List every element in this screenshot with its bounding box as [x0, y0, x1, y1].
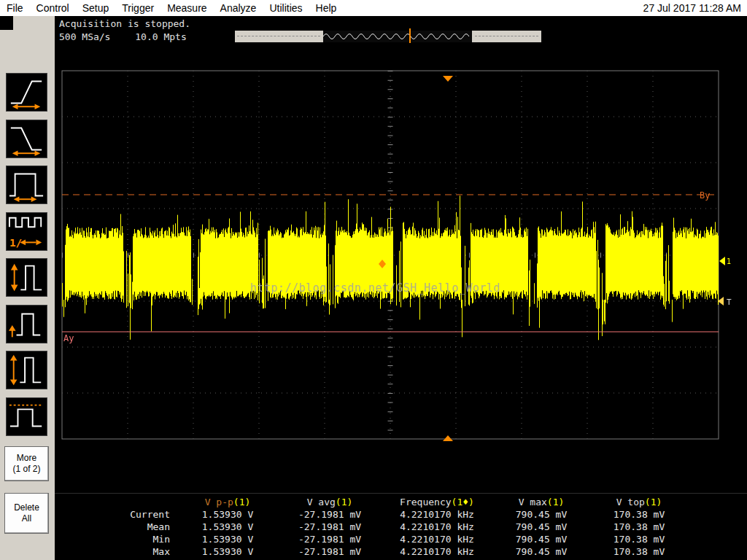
delete-all-button[interactable]: Delete All: [4, 493, 49, 534]
measure-overshoot-button[interactable]: [6, 397, 47, 436]
menu-measure[interactable]: Measure: [160, 2, 213, 14]
column-header-vtop[interactable]: V top(1): [590, 496, 688, 508]
menu-file[interactable]: File: [0, 2, 30, 14]
trigger-time-marker-top[interactable]: [443, 76, 453, 82]
measurement-value: 790.45 mV: [492, 521, 590, 533]
marker-overlay: By Ay 1 T: [55, 45, 747, 493]
menu-bar: File Control Setup Trigger Measure Analy…: [0, 0, 747, 16]
column-header-frequency[interactable]: Frequency(1♦): [382, 496, 492, 508]
measurement-row-min: Min 1.53930 V -27.1981 mV 4.2210170 kHz …: [55, 533, 747, 545]
row-label: Min: [55, 533, 177, 545]
measurement-value: -27.1981 mV: [278, 533, 382, 545]
frequency-icon: 1/: [7, 213, 47, 250]
fall-time-icon: [7, 120, 47, 158]
status-bar: Acquisition is stopped. 500 MSa/s 10.0 M…: [55, 16, 747, 45]
measurement-value: -27.1981 mV: [278, 521, 382, 533]
timebase-track-left: [237, 36, 320, 36]
corner-box: [0, 16, 13, 30]
row-label: Mean: [55, 521, 177, 533]
channel1-ground-label: 1: [727, 257, 731, 265]
delete-label: Delete: [14, 502, 39, 513]
timebase-window-handle[interactable]: [323, 31, 472, 42]
measure-amplitude-button[interactable]: [6, 258, 47, 297]
measurement-value: 4.2210170 kHz: [382, 508, 492, 521]
rise-time-icon: [7, 74, 47, 111]
measurement-header-row: V p-p(1) V avg(1) Frequency(1♦) V max(1)…: [55, 496, 747, 508]
peak-peak-icon: [7, 351, 47, 389]
memory-depth: 10.0 Mpts: [135, 31, 186, 42]
measurement-value: 4.2210170 kHz: [382, 545, 492, 558]
column-header-vavg[interactable]: V avg(1): [278, 496, 382, 508]
svg-text:1/: 1/: [9, 237, 22, 249]
measurement-value: -27.1981 mV: [278, 508, 382, 521]
measurement-value: 790.45 mV: [492, 533, 590, 545]
measurement-value: 790.45 mV: [492, 508, 590, 521]
measurement-value: 4.2210170 kHz: [382, 521, 492, 533]
measure-rise-time-button[interactable]: [6, 73, 47, 112]
row-label: Max: [55, 545, 177, 558]
measurement-value: 1.53930 V: [177, 508, 278, 521]
column-header-vpp[interactable]: V p-p(1): [177, 496, 278, 508]
acquisition-settings: 500 MSa/s 10.0 Mpts: [59, 31, 206, 42]
measurement-value: 1.53930 V: [177, 533, 278, 545]
measure-frequency-button[interactable]: 1/: [6, 212, 47, 251]
measurement-value: 170.38 mV: [590, 545, 688, 558]
waveform-display: By Ay 1 T http://blog.csdn.net/GSH_Hello…: [55, 45, 747, 493]
more-measurements-button[interactable]: More (1 of 2): [4, 446, 49, 481]
measurement-row-mean: Mean 1.53930 V -27.1981 mV 4.2210170 kHz…: [55, 521, 747, 533]
trigger-time-marker-bottom[interactable]: [443, 435, 453, 441]
channel1-ground-marker[interactable]: 1: [719, 257, 731, 265]
measurement-value: 1.53930 V: [177, 521, 278, 533]
menu-utilities[interactable]: Utilities: [263, 2, 309, 14]
marker-b-label: By: [700, 190, 710, 201]
v-base-icon: [7, 306, 47, 343]
menu-help[interactable]: Help: [309, 2, 344, 14]
amplitude-icon: [7, 259, 47, 296]
measure-peak-peak-button[interactable]: [6, 351, 47, 389]
measurement-value: 170.38 mV: [590, 533, 688, 545]
measurement-value: 4.2210170 kHz: [382, 533, 492, 545]
measurement-value: 170.38 mV: [590, 521, 688, 533]
row-label: Current: [55, 508, 177, 521]
trigger-level-marker[interactable]: T: [718, 297, 732, 307]
menu-trigger[interactable]: Trigger: [115, 2, 160, 14]
measurement-row-max: Max 1.53930 V -27.1981 mV 4.2210170 kHz …: [55, 545, 747, 558]
sample-rate: 500 MSa/s: [59, 31, 110, 42]
trigger-point-marker: [379, 260, 386, 268]
measure-pulse-width-button[interactable]: [6, 166, 47, 204]
trigger-position-tick: [409, 28, 411, 43]
timebase-scrollbar[interactable]: [235, 31, 541, 42]
marker-a-label: Ay: [63, 333, 74, 343]
measurement-table: V p-p(1) V avg(1) Frequency(1♦) V max(1)…: [55, 493, 747, 560]
measure-fall-time-button[interactable]: [6, 120, 47, 158]
timebase-track-right: [475, 36, 538, 36]
measurement-row-current: Current 1.53930 V -27.1981 mV 4.2210170 …: [55, 508, 747, 521]
measure-vbase-button[interactable]: [6, 305, 47, 343]
acquisition-status: Acquisition is stopped.: [59, 18, 190, 29]
waveform-preview-icon: [323, 31, 472, 42]
more-page-indicator: (1 of 2): [12, 464, 40, 475]
measure-toolbar: 1/ More (1 of 2): [0, 16, 55, 560]
overshoot-icon: [7, 398, 47, 435]
menu-analyze[interactable]: Analyze: [214, 2, 263, 14]
more-label: More: [17, 453, 36, 464]
delete-all-label: All: [22, 513, 31, 524]
column-header-vmax[interactable]: V max(1): [492, 496, 590, 508]
watermark: http://blog.csdn.net/GSH_Hello_World: [250, 281, 500, 295]
measurement-value: -27.1981 mV: [278, 545, 382, 558]
measurement-value: 790.45 mV: [492, 545, 590, 558]
pulse-width-icon: [7, 166, 47, 203]
trigger-level-label: T: [727, 298, 732, 307]
measurement-value: 170.38 mV: [590, 508, 688, 521]
menu-setup[interactable]: Setup: [76, 2, 116, 14]
measurement-value: 1.53930 V: [177, 545, 278, 558]
clock: 27 Jul 2017 11:28 AM: [643, 2, 747, 14]
menu-control[interactable]: Control: [30, 2, 76, 14]
